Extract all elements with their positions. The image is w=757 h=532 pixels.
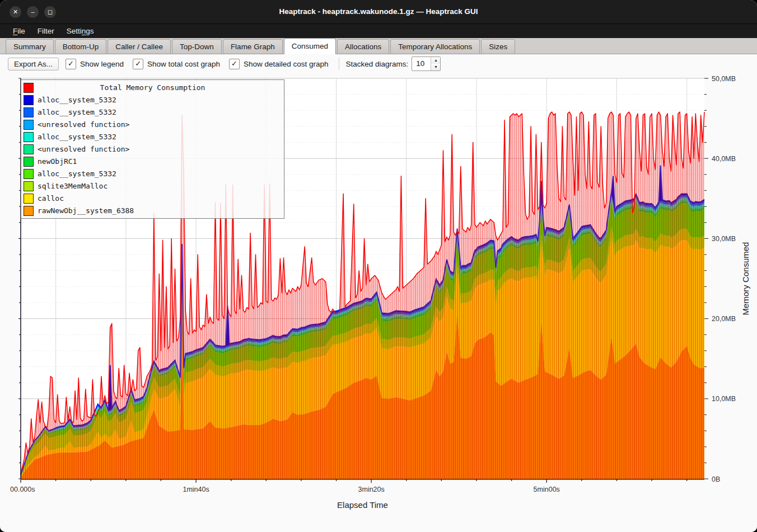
- stacked-diagrams-value[interactable]: 10: [412, 57, 431, 70]
- checkbox-show-total-cost-graph[interactable]: ✓Show total cost graph: [133, 59, 220, 69]
- legend-swatch-icon: [24, 169, 34, 179]
- legend-swatch-icon: [24, 157, 34, 167]
- tab-temporary-allocations[interactable]: Temporary Allocations: [390, 39, 480, 54]
- legend-row: <unresolved function>: [21, 118, 284, 130]
- toolbar-separator: [339, 58, 339, 70]
- legend-swatch-icon: [24, 95, 34, 105]
- legend-row: alloc__system_5332: [21, 93, 284, 106]
- y-axis-title: Memory Consumed: [741, 242, 750, 316]
- tab-consumed[interactable]: Consumed: [284, 38, 336, 54]
- menu-file[interactable]: File: [7, 24, 31, 38]
- tab-flame-graph[interactable]: Flame Graph: [223, 39, 283, 54]
- legend-label: calloc: [38, 194, 64, 203]
- legend-label: <unresolved function>: [38, 145, 129, 153]
- checkbox-box[interactable]: ✓: [229, 59, 240, 69]
- spinbox-arrows: ▲ ▼: [431, 57, 440, 70]
- legend-label: alloc__system_5332: [38, 108, 116, 116]
- spin-down-icon[interactable]: ▼: [431, 64, 440, 70]
- y-tick-label: 20,0MB: [712, 315, 736, 323]
- legend-swatch-icon: [24, 83, 34, 93]
- tab-sizes[interactable]: Sizes: [481, 39, 515, 54]
- legend-swatch-icon: [24, 181, 34, 191]
- menu-settings[interactable]: Settings: [60, 24, 100, 38]
- close-button[interactable]: ✕: [10, 6, 21, 18]
- legend-row: Total Memory Consumption: [21, 81, 284, 93]
- x-axis-title: Elapsed Time: [337, 500, 388, 510]
- checkbox-label: Show legend: [80, 60, 124, 68]
- legend-label: alloc__system_5332: [38, 170, 116, 178]
- legend-swatch-icon: [24, 194, 34, 204]
- legend-swatch-icon: [24, 206, 34, 216]
- chart-legend: Total Memory Consumptionalloc__system_53…: [21, 79, 284, 219]
- x-tick-label: 3min20s: [358, 486, 385, 493]
- window-title: Heaptrack - heaptrack.wakunode.1.gz — He…: [0, 0, 757, 23]
- titlebar[interactable]: Heaptrack - heaptrack.wakunode.1.gz — He…: [0, 0, 757, 24]
- minimize-button[interactable]: –: [27, 6, 39, 18]
- x-tick-label: 5min00s: [534, 486, 560, 493]
- y-tick-label: 30,0MB: [712, 235, 736, 243]
- tab-top-down[interactable]: Top-Down: [172, 39, 222, 54]
- tab-bottom-up[interactable]: Bottom-Up: [55, 39, 107, 54]
- spin-up-icon[interactable]: ▲: [431, 57, 440, 64]
- checkbox-label: Show detailed cost graph: [244, 60, 329, 68]
- menubar: FileFilterSettings: [0, 24, 757, 38]
- legend-row: sqlite3MemMalloc: [21, 180, 284, 192]
- maximize-button[interactable]: ◻: [44, 6, 56, 18]
- legend-swatch-icon: [24, 132, 34, 142]
- menu-filter[interactable]: Filter: [31, 24, 60, 38]
- chart-area: 0B10,0MB20,0MB30,0MB40,0MB50,0MB00.000s1…: [0, 73, 757, 532]
- legend-row: alloc__system_5332: [21, 106, 284, 118]
- legend-label: alloc__system_5332: [38, 133, 116, 141]
- tabbar: SummaryBottom-UpCaller / CalleeTop-DownF…: [0, 38, 757, 54]
- legend-swatch-icon: [24, 144, 34, 154]
- y-tick-label: 40,0MB: [712, 155, 736, 163]
- x-tick-label: 1min40s: [183, 486, 209, 493]
- checkbox-group: ✓Show legend✓Show total cost graph✓Show …: [66, 59, 338, 69]
- tab-summary[interactable]: Summary: [6, 39, 54, 54]
- y-tick-label: 50,0MB: [712, 75, 736, 83]
- stacked-diagrams-spinbox[interactable]: 10 ▲ ▼: [412, 57, 441, 71]
- tab-allocations[interactable]: Allocations: [337, 39, 389, 54]
- checkbox-box[interactable]: ✓: [133, 59, 143, 69]
- x-tick-label: 00.000s: [10, 486, 35, 493]
- stacked-diagrams-label: Stacked diagrams:: [346, 60, 409, 68]
- checkbox-label: Show total cost graph: [147, 60, 220, 68]
- legend-row: calloc: [21, 192, 284, 204]
- legend-row: newObjRC1: [21, 155, 284, 167]
- app-window: Heaptrack - heaptrack.wakunode.1.gz — He…: [0, 0, 757, 532]
- legend-label: <unresolved function>: [38, 120, 129, 129]
- legend-label: sqlite3MemMalloc: [38, 182, 108, 190]
- legend-row: alloc__system_5332: [21, 130, 284, 143]
- legend-label: newObjRC1: [38, 157, 77, 166]
- legend-row: rawNewObj__system_6388: [21, 204, 284, 216]
- checkbox-box[interactable]: ✓: [66, 59, 76, 69]
- checkbox-show-detailed-cost-graph[interactable]: ✓Show detailed cost graph: [229, 59, 329, 69]
- legend-label: Total Memory Consumption: [21, 83, 284, 92]
- legend-label: rawNewObj__system_6388: [38, 206, 134, 215]
- toolbar: Export As... ✓Show legend✓Show total cos…: [0, 54, 757, 73]
- y-tick-label: 0B: [712, 475, 720, 483]
- checkbox-show-legend[interactable]: ✓Show legend: [66, 59, 124, 69]
- tabs: SummaryBottom-UpCaller / CalleeTop-DownF…: [6, 37, 516, 54]
- legend-row: alloc__system_5332: [21, 167, 284, 180]
- tab-caller-callee[interactable]: Caller / Callee: [108, 39, 171, 54]
- export-as-button[interactable]: Export As...: [8, 58, 59, 70]
- legend-swatch-icon: [24, 120, 34, 130]
- legend-label: alloc__system_5332: [38, 96, 116, 104]
- y-tick-label: 10,0MB: [712, 395, 736, 403]
- legend-swatch-icon: [24, 107, 34, 117]
- legend-row: <unresolved function>: [21, 143, 284, 155]
